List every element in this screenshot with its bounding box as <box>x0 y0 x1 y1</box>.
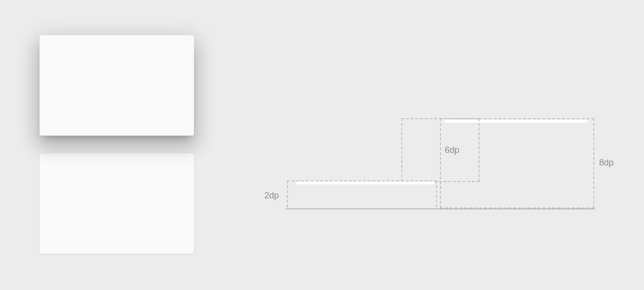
label-8dp: 8dp <box>599 158 614 167</box>
elevation-diagram: 8dp 6dp 2dp <box>0 0 644 290</box>
baseline-rule <box>286 208 595 209</box>
card-elevated-high <box>40 35 194 136</box>
elevation-box-6dp <box>401 118 480 182</box>
label-2dp: 2dp <box>264 191 279 200</box>
elevation-box-2dp <box>287 180 437 207</box>
label-6dp: 6dp <box>445 146 459 154</box>
elevation-top-strip-2dp <box>296 181 434 184</box>
card-elevated-low <box>40 153 194 254</box>
